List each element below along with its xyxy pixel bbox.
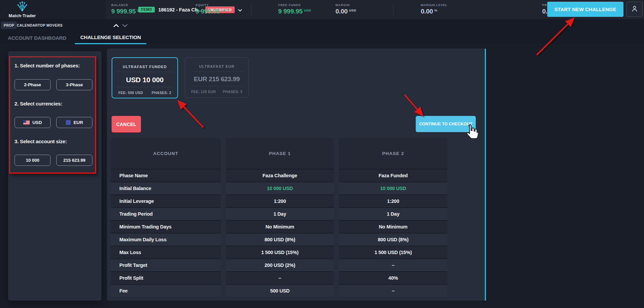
- brand-name: Match·Trader: [9, 13, 36, 18]
- table-row-value: 800 USD (8%): [226, 233, 334, 246]
- table-row-value: –: [226, 271, 334, 284]
- stat-label: BALANCE: [111, 3, 144, 7]
- card-title: ULTRAFAST FUNDED: [112, 65, 177, 69]
- stat-value: 0.00USD: [335, 8, 356, 15]
- option-size-10000[interactable]: 10 000: [14, 155, 51, 166]
- option-label: EUR: [74, 120, 83, 125]
- divider: [189, 71, 244, 72]
- table-row-value: –: [339, 258, 447, 271]
- stat-label: MARGIN: [335, 3, 356, 7]
- profile-button[interactable]: [626, 2, 643, 17]
- person-icon: [631, 5, 639, 14]
- table-row-label: Max Loss: [111, 246, 221, 258]
- column-header: PHASE 1: [226, 138, 334, 169]
- match-trader-logo-icon: [15, 1, 29, 14]
- stat-margin: MARGIN 0.00USD: [335, 3, 356, 15]
- cancel-button[interactable]: CANCEL: [112, 116, 141, 132]
- table-row-label: Initial Leverage: [111, 194, 221, 207]
- option-label: USD: [32, 120, 42, 125]
- stat-label: EQUITY: [196, 3, 229, 7]
- divider: [117, 87, 173, 87]
- stat-label: MARGIN LEVEL: [421, 3, 447, 7]
- table-row-label: Phase Name: [111, 169, 221, 182]
- stat-margin-level: MARGIN LEVEL 0.00%: [421, 3, 447, 15]
- stat-value: 0.00%: [421, 8, 447, 15]
- stat-value: 9 999.95USD: [111, 8, 144, 15]
- step1-label: 1. Select number of phases:: [14, 63, 80, 68]
- stat-equity: EQUITY 9 999.95USD: [196, 3, 229, 15]
- table-row-label: Maximum Daily Loss: [111, 233, 221, 246]
- card-fee: FEE: 500 USD: [118, 91, 143, 95]
- card-footer: FEE: 500 USD PHASES: 2: [112, 91, 177, 95]
- stat-value: 9 999.95USD: [278, 8, 311, 15]
- table-row-value: 200 USD (2%): [226, 258, 334, 271]
- divider: [393, 4, 393, 15]
- column-header: ACCOUNT: [111, 138, 221, 169]
- table-row-value: No Minimum: [226, 220, 334, 233]
- tab-challenge-selection[interactable]: CHALLENGE SELECTION: [75, 31, 146, 44]
- us-flag-icon: [23, 120, 30, 125]
- chevron-up-icon[interactable]: [113, 23, 119, 29]
- table-row-label: Minimum Trading Days: [111, 220, 221, 233]
- table-row-value: Faza Challenge: [226, 169, 334, 182]
- table-row-label: Profit Split: [111, 271, 221, 284]
- continue-to-checkout-button[interactable]: CONTINUE TO CHECKOUT: [416, 116, 476, 132]
- subnav-item-calendar[interactable]: CALENDAR: [17, 19, 38, 31]
- option-3-phase[interactable]: 3-Phase: [56, 79, 92, 90]
- table-row-value: 40%: [339, 271, 447, 284]
- card-phases: PHASES: 3: [223, 90, 242, 94]
- table-row-value: 1 500 USD (15%): [226, 246, 334, 258]
- table-row-value: 1:200: [339, 194, 447, 207]
- option-2-phase[interactable]: 2-Phase: [14, 79, 51, 90]
- table-row-value: 800 USD (8%): [339, 233, 447, 246]
- table-row-label: Trading Period: [111, 207, 221, 220]
- table-row-label: Profit Target: [111, 258, 221, 271]
- challenge-card-ultrafast-funded[interactable]: ULTRAFAST FUNDED USD 10 000 FEE: 500 USD…: [112, 57, 178, 98]
- option-currency-usd[interactable]: USD: [14, 117, 51, 128]
- brand: Match·Trader: [6, 1, 38, 19]
- card-footer: FEE: 120 EUR PHASES: 3: [185, 90, 248, 94]
- table-row-label: Initial Balance: [111, 182, 221, 194]
- tab-bar: ACCOUNT DASHBOARD CHALLENGE SELECTION: [0, 31, 644, 44]
- subnav-item-top-movers[interactable]: TOP MOVERS: [38, 19, 63, 31]
- challenge-selection-panel: ULTRAFAST FUNDED USD 10 000 FEE: 500 USD…: [107, 49, 486, 301]
- table-row-value: 1 Day: [226, 207, 334, 220]
- step2-label: 2. Select currencies:: [14, 101, 62, 106]
- table-row-value: Faza Funded: [339, 169, 447, 182]
- card-phases: PHASES: 2: [152, 91, 171, 95]
- card-amount: EUR 215 623.99: [185, 75, 248, 83]
- stat-value: 9 999.95USD: [196, 8, 229, 15]
- table-row-value: 10 000 USD: [226, 182, 334, 194]
- table-column-phase1: PHASE 1 Faza Challenge10 000 USD1:2001 D…: [226, 138, 334, 298]
- step3-label: 3. Select account size:: [14, 138, 67, 144]
- table-row-value: 1:200: [226, 194, 334, 207]
- card-amount: USD 10 000: [112, 76, 177, 84]
- column-header: PHASE 2: [339, 138, 447, 169]
- start-new-challenge-button[interactable]: START NEW CHALLENGE: [547, 2, 623, 17]
- card-title: ULTRAFAST EUR: [185, 64, 248, 68]
- table-row-value: 1 500 USD (15%): [339, 246, 447, 258]
- chevron-down-icon[interactable]: [122, 23, 128, 29]
- option-size-215623[interactable]: 215 623.99: [56, 155, 92, 166]
- panel-scroll-accent[interactable]: [485, 49, 486, 301]
- chevron-down-icon[interactable]: [238, 7, 242, 13]
- tab-account-dashboard[interactable]: ACCOUNT DASHBOARD: [1, 31, 73, 44]
- match-trader-app: Match·Trader DEMO 186192 - Faza Ch... UN…: [0, 0, 644, 308]
- stat-balance: BALANCE 9 999.95USD: [111, 3, 144, 15]
- divider: [189, 86, 244, 86]
- challenge-config-sidebar: 1. Select number of phases: 2-Phase 3-Ph…: [8, 51, 101, 301]
- sub-nav: PROP CALENDAR TOP MOVERS: [0, 19, 644, 31]
- table-row-value: 1 Day: [339, 207, 447, 220]
- option-currency-eur[interactable]: EUR: [56, 117, 92, 128]
- stat-free-funds: FREE FUNDS 9 999.95USD: [278, 3, 311, 15]
- divider: [117, 72, 173, 72]
- divider: [251, 4, 252, 15]
- eu-flag-icon: [66, 120, 71, 125]
- table-row-value: No Minimum: [339, 220, 447, 233]
- top-bar: Match·Trader DEMO 186192 - Faza Ch... UN…: [0, 0, 644, 19]
- table-rows-phase1: Faza Challenge10 000 USD1:2001 DayNo Min…: [226, 169, 334, 297]
- challenge-card-ultrafast-eur[interactable]: ULTRAFAST EUR EUR 215 623.99 FEE: 120 EU…: [185, 57, 249, 98]
- table-row-value: –: [339, 284, 447, 297]
- subnav-item-prop[interactable]: PROP: [1, 22, 17, 29]
- table-row-value: 10 000 USD: [339, 182, 447, 194]
